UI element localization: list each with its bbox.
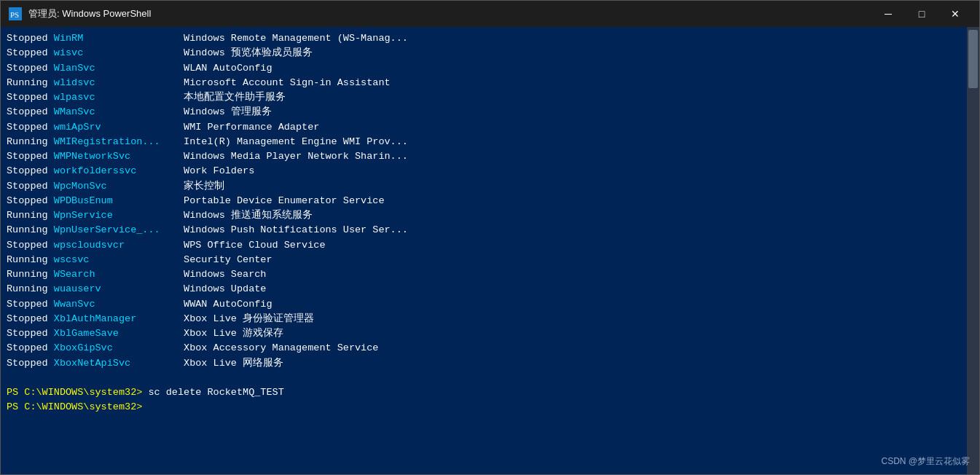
content-area: Stopped WinRM Windows Remote Management … xyxy=(1,27,979,474)
terminal-line: Stopped XblAuthManager Xbox Live 身份验证管理器 xyxy=(7,312,961,326)
powershell-window: PS 管理员: Windows PowerShell ─ □ ✕ Stopped… xyxy=(0,0,980,475)
minimize-button[interactable]: ─ xyxy=(871,1,905,27)
terminal-line: Running wlidsvc Microsoft Account Sign-i… xyxy=(7,76,961,90)
terminal-line: Running wuauserv Windows Update xyxy=(7,282,961,297)
maximize-button[interactable]: □ xyxy=(905,1,938,27)
svg-text:PS: PS xyxy=(10,10,19,19)
titlebar-icon: PS xyxy=(8,7,23,21)
titlebar: PS 管理员: Windows PowerShell ─ □ ✕ xyxy=(1,1,979,27)
terminal-line: Stopped WlanSvc WLAN AutoConfig xyxy=(7,61,961,76)
terminal-cmd-line-1: PS C:\WINDOWS\system32> sc delete Rocket… xyxy=(7,385,961,400)
terminal-line: Running wscsvc Security Center xyxy=(7,253,961,267)
terminal-line: Stopped XboxNetApiSvc Xbox Live 网络服务 xyxy=(7,356,961,371)
terminal-line: Stopped WinRM Windows Remote Management … xyxy=(7,31,961,46)
watermark: CSDN @梦里云花似雾 xyxy=(881,455,970,468)
terminal-line: Stopped wlpasvc 本地配置文件助手服务 xyxy=(7,90,961,105)
terminal-line: Stopped workfolderssvc Work Folders xyxy=(7,164,961,178)
terminal-line: Stopped WManSvc Windows 管理服务 xyxy=(7,105,961,119)
scrollbar-thumb[interactable] xyxy=(968,30,978,88)
terminal-line: Stopped XblGameSave Xbox Live 游戏保存 xyxy=(7,326,961,341)
terminal-output[interactable]: Stopped WinRM Windows Remote Management … xyxy=(1,27,967,474)
terminal-line: Stopped XboxGipSvc Xbox Accessory Manage… xyxy=(7,341,961,356)
window-controls: ─ □ ✕ xyxy=(871,1,972,27)
terminal-line: Stopped WpcMonSvc 家长控制 xyxy=(7,179,961,194)
terminal-line: Stopped wmiApSrv WMI Performance Adapter xyxy=(7,120,961,135)
terminal-line: Stopped wisvc Windows 预览体验成员服务 xyxy=(7,46,961,60)
window-title: 管理员: Windows PowerShell xyxy=(28,7,871,20)
terminal-cmd-line-2: PS C:\WINDOWS\system32> xyxy=(7,400,961,415)
close-button[interactable]: ✕ xyxy=(938,1,972,27)
terminal-line: Running WpnUserService_... Windows Push … xyxy=(7,223,961,238)
terminal-line: Stopped WPDBusEnum Portable Device Enume… xyxy=(7,194,961,208)
scrollbar[interactable] xyxy=(967,27,979,474)
terminal-line: Running WMIRegistration... Intel(R) Mana… xyxy=(7,135,961,149)
terminal-line: Running WSearch Windows Search xyxy=(7,267,961,282)
terminal-line: Stopped WMPNetworkSvc Windows Media Play… xyxy=(7,149,961,164)
terminal-line: Stopped WwanSvc WWAN AutoConfig xyxy=(7,297,961,312)
terminal-empty-line xyxy=(7,371,961,385)
terminal-line: Stopped wpscloudsvcr WPS Office Cloud Se… xyxy=(7,238,961,253)
terminal-line: Running WpnService Windows 推送通知系统服务 xyxy=(7,208,961,223)
